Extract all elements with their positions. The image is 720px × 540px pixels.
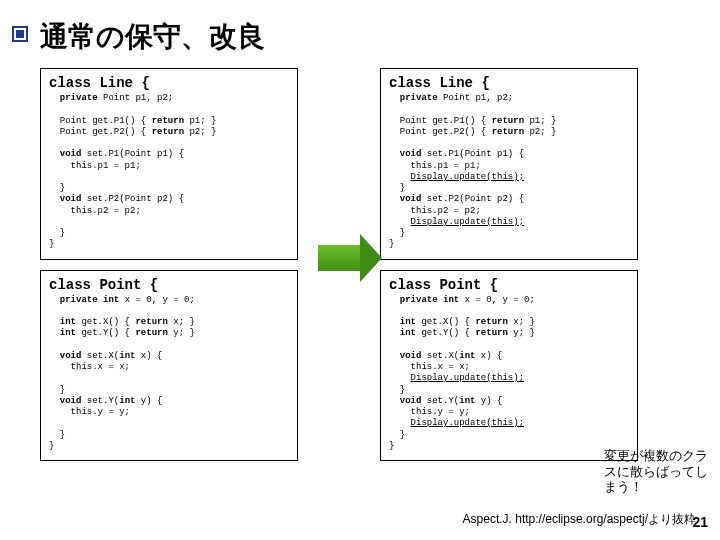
left-point-sig: class Point {	[49, 277, 289, 293]
left-point-box: class Point { private int x = 0, y = 0; …	[40, 270, 298, 462]
page-number: 21	[692, 514, 708, 530]
left-line-box: class Line { private Point p1, p2; Point…	[40, 68, 298, 260]
bullet-square	[12, 26, 28, 42]
page-title: 通常の保守、改良	[40, 18, 692, 56]
right-line-sig: class Line {	[389, 75, 629, 91]
arrow-icon	[318, 245, 360, 271]
right-point-body: private int x = 0, y = 0; int get.X() { …	[389, 295, 629, 453]
right-line-box: class Line { private Point p1, p2; Point…	[380, 68, 638, 260]
left-point-body: private int x = 0, y = 0; int get.X() { …	[49, 295, 289, 453]
left-column: class Line { private Point p1, p2; Point…	[40, 68, 298, 461]
right-point-box: class Point { private int x = 0, y = 0; …	[380, 270, 638, 462]
side-note: 変更が複数のクラスに散らばってしまう！	[604, 449, 710, 496]
right-point-sig: class Point {	[389, 277, 629, 293]
right-column: class Line { private Point p1, p2; Point…	[380, 68, 638, 461]
right-line-body: private Point p1, p2; Point get.P1() { r…	[389, 93, 629, 251]
arrow-wrap	[314, 108, 364, 408]
columns: class Line { private Point p1, p2; Point…	[40, 68, 692, 461]
citation: Aspect.J. http://eclipse.org/aspectj/より抜…	[463, 511, 696, 528]
left-line-body: private Point p1, p2; Point get.P1() { r…	[49, 93, 289, 251]
left-line-sig: class Line {	[49, 75, 289, 91]
